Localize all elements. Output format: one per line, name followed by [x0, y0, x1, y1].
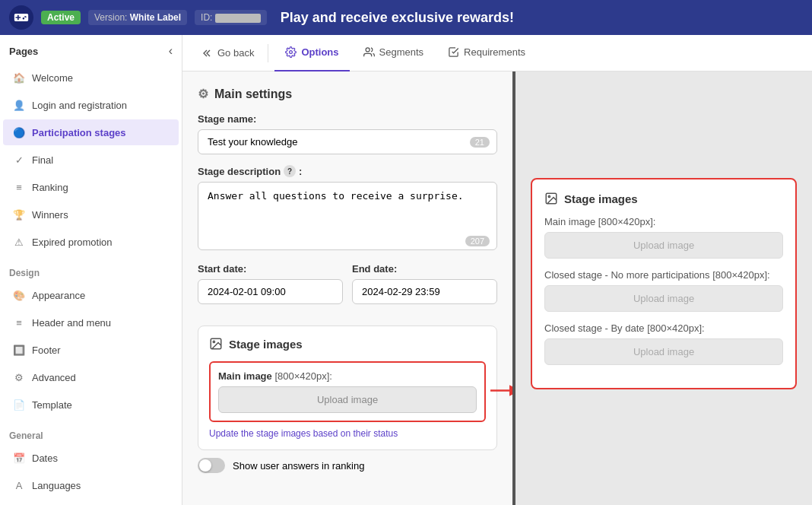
- form-panel: ⚙ Main settings Stage name: 21 Stage des…: [182, 71, 512, 505]
- sidebar-item-welcome[interactable]: 🏠 Welcome: [3, 65, 179, 91]
- final-icon: ✓: [12, 153, 26, 167]
- topbar: Active Version: White Label ID: Play and…: [0, 0, 812, 35]
- main-image-label: Main image [800×420px]:: [218, 370, 477, 382]
- main-image-highlighted: Main image [800×420px]: Upload image: [209, 361, 486, 422]
- sidebar-item-label: Expired promotion: [32, 237, 113, 248]
- sidebar-item-dates[interactable]: 📅 Dates: [3, 445, 179, 471]
- sidebar-item-label: Appearance: [32, 290, 85, 301]
- main-settings-title: Main settings: [214, 87, 292, 101]
- show-answers-toggle[interactable]: [198, 458, 225, 473]
- popup-main-image-label: Main image [800×420px]:: [544, 216, 783, 227]
- toggle-row: Show user answers in ranking: [198, 458, 497, 473]
- sidebar-item-label: Header and menu: [32, 317, 111, 329]
- sidebar-item-languages[interactable]: A Languages: [3, 472, 179, 498]
- end-date-input[interactable]: [352, 279, 497, 304]
- tab-requirements-label: Requirements: [464, 46, 525, 58]
- sidebar-item-login[interactable]: 👤 Login and registration: [3, 92, 179, 118]
- start-date-input[interactable]: [198, 279, 343, 304]
- sidebar-item-participation-stages[interactable]: 🔵 Participation stages: [3, 119, 179, 145]
- design-section-title: Design: [0, 262, 182, 281]
- sidebar: Pages ‹ 🏠 Welcome 👤 Login and registrati…: [0, 35, 182, 505]
- stage-name-input[interactable]: [198, 129, 497, 154]
- ranking-icon: ≡: [12, 180, 26, 194]
- template-icon: 📄: [12, 398, 26, 411]
- sidebar-item-label: Welcome: [32, 72, 73, 84]
- sidebar-item-label: Advanced: [32, 372, 76, 383]
- help-icon[interactable]: ?: [284, 165, 296, 177]
- tab-requirements[interactable]: Requirements: [437, 35, 536, 71]
- popup-upload-date-btn[interactable]: Upload image: [544, 338, 783, 365]
- update-images-link[interactable]: Update the stage images based on their s…: [209, 428, 486, 439]
- stages-icon: 🔵: [12, 125, 26, 139]
- sidebar-item-restrictions[interactable]: 🔒 Restrictions: [3, 500, 179, 505]
- popup-title: Stage images: [544, 192, 783, 205]
- advanced-icon: ⚙: [12, 370, 26, 384]
- stage-description-textarea[interactable]: Answer all questions to receive a surpri…: [198, 182, 497, 250]
- svg-point-1: [366, 48, 370, 52]
- popup-closed-nmore: Closed stage - No more participations [8…: [544, 269, 783, 312]
- tab-divider: [268, 44, 268, 62]
- stage-name-counter: 21: [470, 137, 490, 148]
- id-info: ID:: [195, 10, 267, 25]
- tab-options-label: Options: [301, 46, 338, 58]
- tab-segments[interactable]: Segments: [353, 35, 435, 71]
- stage-name-group: Stage name: 21: [198, 113, 497, 154]
- languages-icon: A: [12, 478, 26, 492]
- description-counter: 207: [465, 236, 490, 246]
- footer-icon: 🔲: [12, 343, 26, 357]
- status-badge: Active: [41, 11, 81, 24]
- sidebar-item-template[interactable]: 📄 Template: [3, 392, 179, 418]
- right-panel: Stage images Main image [800×420px]: Upl…: [515, 71, 812, 505]
- version-info: Version: White Label: [88, 10, 187, 25]
- popup-closed-date: Closed stage - By date [800×420px]: Uplo…: [544, 322, 783, 365]
- svg-point-3: [213, 341, 214, 342]
- popup-closed-nmore-label: Closed stage - No more participations [8…: [544, 269, 783, 281]
- popup-upload-nmore-btn[interactable]: Upload image: [544, 285, 783, 312]
- sidebar-item-label: Participation stages: [32, 127, 126, 138]
- popup-upload-main-btn[interactable]: Upload image: [544, 232, 783, 259]
- expired-icon: ⚠: [12, 235, 26, 249]
- toggle-label: Show user answers in ranking: [233, 460, 364, 472]
- app-logo: [9, 5, 33, 30]
- sidebar-item-label: Login and registration: [32, 100, 127, 111]
- toggle-knob: [199, 459, 211, 472]
- dates-icon: 📅: [12, 451, 26, 465]
- sidebar-item-footer[interactable]: 🔲 Footer: [3, 337, 179, 363]
- sidebar-collapse-button[interactable]: ‹: [169, 44, 173, 58]
- settings-icon: ⚙: [198, 87, 208, 101]
- sidebar-item-label: Languages: [32, 480, 81, 491]
- main-settings-header: ⚙ Main settings: [198, 87, 497, 101]
- sidebar-item-label: Footer: [32, 345, 61, 356]
- appearance-icon: 🎨: [12, 288, 26, 302]
- sidebar-item-advanced[interactable]: ⚙ Advanced: [3, 364, 179, 390]
- page-title: Play and receive exclusive rewards!: [281, 10, 514, 26]
- go-back-button[interactable]: Go back: [195, 43, 262, 64]
- general-section-title: General: [0, 424, 182, 444]
- login-icon: 👤: [12, 98, 26, 112]
- sidebar-item-expired[interactable]: ⚠ Expired promotion: [3, 229, 179, 255]
- svg-point-7: [548, 195, 550, 197]
- stage-images-title: Stage images: [209, 337, 486, 351]
- upload-image-button[interactable]: Upload image: [218, 386, 477, 413]
- svg-point-0: [290, 51, 293, 54]
- arrow-indicator: [489, 382, 512, 402]
- sidebar-item-header-menu[interactable]: ≡ Header and menu: [3, 310, 179, 335]
- sidebar-item-label: Winners: [32, 209, 68, 221]
- tabs-bar: Go back Options Segments Requirements: [182, 35, 812, 71]
- back-label: Go back: [217, 47, 254, 59]
- sidebar-item-final[interactable]: ✓ Final: [3, 147, 179, 173]
- tab-options[interactable]: Options: [274, 35, 349, 71]
- stage-name-label: Stage name:: [198, 113, 497, 125]
- stage-description-label: Stage description ? :: [198, 165, 497, 177]
- sidebar-item-winners[interactable]: 🏆 Winners: [3, 202, 179, 227]
- popup-closed-date-label: Closed stage - By date [800×420px]:: [544, 322, 783, 334]
- sidebar-item-label: Dates: [32, 453, 58, 464]
- sidebar-item-ranking[interactable]: ≡ Ranking: [3, 174, 179, 200]
- popup-main-image: Main image [800×420px]: Upload image: [544, 216, 783, 259]
- end-date-label: End date:: [352, 263, 497, 275]
- sidebar-item-appearance[interactable]: 🎨 Appearance: [3, 282, 179, 308]
- start-date-label: Start date:: [198, 263, 343, 275]
- home-icon: 🏠: [12, 71, 26, 84]
- popup-stage-images: Stage images Main image [800×420px]: Upl…: [531, 178, 797, 389]
- header-icon: ≡: [12, 316, 26, 329]
